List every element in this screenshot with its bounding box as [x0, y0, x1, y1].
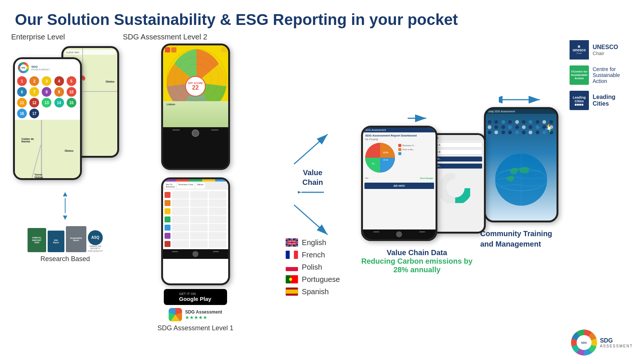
svg-point-31 [548, 127, 551, 130]
sdg-level2-label: SDG Assessment Level 2 [123, 33, 207, 41]
table-row-3 [165, 208, 227, 215]
enterprise-map: Caldas daRainha Óbidos TorresVedras Lisb… [15, 120, 80, 178]
book-3: SustainabilityReport [66, 226, 86, 252]
flag-french [286, 251, 298, 259]
dash-bottom: 0% Zero Hunger [363, 175, 436, 181]
sdg-icon-17: 17 [29, 109, 39, 118]
sdg-icon-6: 6 [17, 87, 27, 97]
enterprise-label: Enterprise Level [11, 33, 65, 41]
value-chain-label: ValueChain [302, 168, 323, 187]
svg-rect-10 [286, 263, 298, 267]
leading-label: Leading Cities [593, 94, 633, 107]
table-row-6 [165, 232, 227, 240]
book-2: SDGReport [48, 231, 64, 252]
double-arrow-svg [499, 96, 543, 103]
sdg-levels-section: SDG Assessment Level 2 [123, 33, 268, 353]
dash-no-poverty: No Poverty [363, 138, 436, 141]
radar-map-city: Lisbon [167, 103, 175, 106]
lang-english: English [286, 238, 340, 247]
radar-icon-2 [171, 47, 176, 52]
centre-label: Centre for Sustainable Action [593, 66, 620, 84]
svg-rect-11 [286, 267, 298, 271]
table-row-4 [165, 216, 227, 223]
dash-indicators: Business G.. Prior to Bu... ... [398, 142, 415, 174]
flag-spanish [286, 287, 298, 296]
arrow-down-right-svg [290, 197, 335, 238]
sdg-icon-9: 9 [54, 87, 64, 97]
sdg-icon-7: 7 [29, 87, 39, 97]
sdg-icon-3: 3 [42, 76, 51, 86]
value-chain-data: Value Chain Data Reducing Carbon emissio… [361, 248, 473, 274]
sdg-icon-13: 13 [42, 98, 51, 107]
value-chain-section: ValueChain [272, 33, 354, 353]
asq-logo: ASQ AMERICANSOCIETYFOR QUALITY [88, 230, 103, 253]
community-section: Daily SDG Assessment [480, 33, 562, 353]
language-list: English French [286, 238, 340, 296]
enterprise-phones: SDG SDG ASSESSMENT 1 2 3 4 5 [13, 46, 117, 187]
map-city-1: Caldas daRainha [22, 138, 34, 143]
enterprise-phone-left: SDG SDG ASSESSMENT 1 2 3 4 5 [13, 57, 82, 180]
sdg-icon-15: 15 [67, 98, 76, 107]
svg-point-14 [289, 278, 292, 281]
sdg-inner-circle: SDG [20, 64, 27, 71]
bar-purple [163, 179, 176, 182]
bar-green [189, 179, 202, 182]
sdg-bottom-circle: SDG [571, 330, 597, 356]
nav-item-3: Values [195, 183, 205, 189]
sdg-icon-14: 14 [54, 98, 64, 107]
adhoc-button[interactable]: AD HOC [364, 183, 434, 189]
lang-portuguese: Portuguese [286, 275, 340, 284]
sdg-app-header: SDG SDG ASSESSMENT [15, 59, 80, 75]
radar-icon-1 [165, 47, 170, 52]
partner-unesco: 🏛 unesco Chair UNESCO Chair [570, 40, 633, 60]
svg-line-1 [294, 134, 328, 164]
vert-arrow-enterprise: ▲ ▼ [61, 190, 69, 222]
flag-english [286, 238, 298, 247]
community-title: Community Training and Management [480, 228, 562, 249]
bar-yellow [202, 179, 215, 182]
sdg-bottom-text: SDG ASSESSMENT [600, 337, 633, 348]
nav-item-1: Not ToBusiness [165, 183, 176, 189]
arrow-down: ▼ [61, 213, 69, 222]
svg-text:25.6%: 25.6% [383, 159, 389, 161]
level1-bottom-nav [163, 249, 228, 259]
page-title: Our Solution Sustainability & ESG Report… [0, 0, 644, 33]
bar-red [176, 179, 189, 182]
partner-leading-cities: LeadingCities Leading Cities [570, 91, 633, 110]
unesco-label: UNESCO Chair [593, 44, 618, 56]
sdg-icon-11: 11 [17, 98, 27, 107]
level2-phone: SPF SCORE 22 Lisbon [161, 44, 230, 170]
table-row-1 [165, 191, 227, 199]
dash-title: SDG Assessment Report Dashboard [363, 132, 436, 138]
level1-nav-bar: Not ToBusiness Business Care Values [163, 182, 228, 190]
research-books: ANNUALREPORT2022 SDGReport Sustainabilit… [28, 226, 103, 252]
app-icon [169, 308, 182, 321]
lang-polish: Polish [286, 263, 340, 272]
nav-item-2: Business Care [177, 183, 195, 189]
flag-portuguese [286, 275, 298, 283]
bar-blue [215, 179, 228, 182]
sdg-icon-2: 2 [29, 76, 39, 86]
arrow-up-right-svg [290, 127, 335, 168]
main-layout: Enterprise Level SDG SDG ASSESSMENT [11, 33, 633, 353]
dash-charts: 32.5% 25.6% 6% Business G.. [363, 141, 436, 175]
flag-polish [286, 263, 298, 271]
table-row-5 [165, 224, 227, 231]
arrow-left-svg [298, 189, 328, 196]
unesco-logo-box: 🏛 unesco Chair [570, 40, 589, 60]
sdg-bottom-circle-inner: SDG [577, 335, 592, 350]
level1-bars [163, 179, 228, 182]
svg-rect-8 [290, 251, 294, 259]
centre-logo-box: ©Centre for Sustainable Action [570, 65, 589, 85]
sdg-icon-12: 12 [29, 98, 39, 107]
dash-top-bar: SDG-Assessment [363, 128, 436, 132]
arrow-up: ▲ [61, 190, 69, 198]
sdg-logo-bottom: SDG SDG ASSESSMENT [571, 330, 633, 356]
map-city-2: Óbidos [64, 150, 73, 152]
partner-centre: ©Centre for Sustainable Action Centre fo… [570, 65, 633, 85]
level1-screen: Not ToBusiness Business Care Values [163, 179, 228, 283]
map-road-v [41, 120, 42, 178]
map2-city-2: Óbidos [106, 80, 115, 83]
radar-icon-3 [221, 47, 226, 52]
google-play-badge[interactable]: ▶ GET IT ON Google Play [164, 289, 227, 305]
